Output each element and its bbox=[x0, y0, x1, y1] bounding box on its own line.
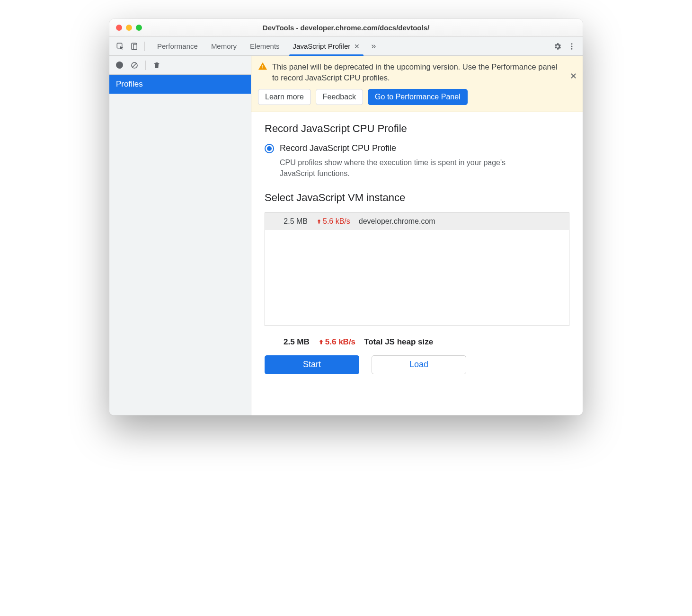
tab-elements[interactable]: Elements bbox=[243, 37, 286, 56]
vm-rate: 5.6 kB/s bbox=[316, 217, 350, 226]
tabs: Performance Memory Elements JavaScript P… bbox=[151, 37, 381, 56]
settings-icon[interactable] bbox=[550, 39, 565, 53]
sidebar-item-label: Profiles bbox=[116, 79, 143, 88]
sidebar-toolbar bbox=[109, 56, 251, 75]
warning-icon bbox=[258, 62, 267, 71]
tab-label: Memory bbox=[211, 42, 237, 50]
main: Profiles This panel will be deprecated i… bbox=[109, 56, 583, 415]
arrow-up-icon bbox=[318, 338, 324, 345]
vm-heading: Select JavaScript VM instance bbox=[265, 192, 569, 204]
go-performance-button[interactable]: Go to Performance Panel bbox=[368, 89, 468, 105]
tab-performance[interactable]: Performance bbox=[151, 37, 204, 56]
svg-line-7 bbox=[133, 63, 137, 67]
profiler-panel: Record JavaScript CPU Profile Record Jav… bbox=[251, 112, 583, 415]
close-window-icon[interactable] bbox=[116, 25, 122, 31]
record-heading: Record JavaScript CPU Profile bbox=[265, 123, 569, 135]
titlebar: DevTools - developer.chrome.com/docs/dev… bbox=[109, 19, 583, 37]
maximize-window-icon[interactable] bbox=[136, 25, 142, 31]
inspect-icon[interactable] bbox=[113, 39, 127, 53]
tab-label: JavaScript Profiler bbox=[293, 42, 351, 50]
feedback-button[interactable]: Feedback bbox=[316, 89, 363, 105]
window-title: DevTools - developer.chrome.com/docs/dev… bbox=[109, 24, 583, 32]
start-button[interactable]: Start bbox=[265, 355, 359, 374]
vm-size: 2.5 MB bbox=[271, 217, 308, 226]
device-toolbar-icon[interactable] bbox=[127, 39, 142, 53]
record-option[interactable]: Record JavaScript CPU Profile bbox=[265, 143, 569, 153]
tab-memory[interactable]: Memory bbox=[204, 37, 243, 56]
tab-javascript-profiler[interactable]: JavaScript Profiler ✕ bbox=[286, 37, 367, 56]
divider bbox=[144, 42, 145, 51]
vm-rate-value: 5.6 kB/s bbox=[323, 217, 350, 226]
clear-icon[interactable] bbox=[127, 58, 142, 72]
total-rate: 5.6 kB/s bbox=[318, 337, 355, 347]
svg-point-3 bbox=[571, 43, 573, 44]
record-icon[interactable] bbox=[112, 58, 126, 72]
content: This panel will be deprecated in the upc… bbox=[251, 56, 583, 415]
window-controls bbox=[109, 25, 142, 31]
total-size: 2.5 MB bbox=[284, 337, 310, 347]
close-tab-icon[interactable]: ✕ bbox=[354, 43, 360, 50]
total-heap-row: 2.5 MB 5.6 kB/s Total JS heap size bbox=[265, 334, 569, 355]
record-description: CPU profiles show where the execution ti… bbox=[280, 157, 535, 179]
tab-label: Elements bbox=[250, 42, 280, 50]
banner-text: This panel will be deprecated in the upc… bbox=[272, 62, 576, 83]
tabstrip: Performance Memory Elements JavaScript P… bbox=[109, 37, 583, 56]
banner-close-icon[interactable]: ✕ bbox=[570, 71, 577, 81]
action-row: Start Load bbox=[265, 355, 569, 374]
kebab-menu-icon[interactable] bbox=[565, 39, 579, 53]
total-rate-value: 5.6 kB/s bbox=[325, 337, 355, 347]
sidebar: Profiles bbox=[109, 56, 251, 415]
more-tabs-icon[interactable]: » bbox=[366, 39, 381, 53]
vm-instance-row[interactable]: 2.5 MB 5.6 kB/s developer.chrome.com bbox=[265, 213, 569, 230]
total-label: Total JS heap size bbox=[364, 337, 433, 347]
radio-label: Record JavaScript CPU Profile bbox=[280, 143, 396, 153]
svg-rect-2 bbox=[133, 44, 137, 49]
minimize-window-icon[interactable] bbox=[126, 25, 132, 31]
delete-icon[interactable] bbox=[150, 58, 164, 72]
arrow-up-icon bbox=[316, 218, 322, 225]
load-button[interactable]: Load bbox=[372, 355, 466, 374]
svg-point-5 bbox=[571, 48, 573, 49]
vm-instance-list: 2.5 MB 5.6 kB/s developer.chrome.com bbox=[265, 212, 569, 326]
vm-host: developer.chrome.com bbox=[359, 217, 435, 226]
sidebar-item-profiles[interactable]: Profiles bbox=[109, 75, 251, 94]
deprecation-banner: This panel will be deprecated in the upc… bbox=[251, 56, 583, 112]
tab-label: Performance bbox=[157, 42, 198, 50]
devtools-window: DevTools - developer.chrome.com/docs/dev… bbox=[109, 19, 583, 415]
divider bbox=[145, 61, 146, 70]
svg-point-4 bbox=[571, 45, 573, 47]
learn-more-button[interactable]: Learn more bbox=[258, 89, 311, 105]
radio-icon bbox=[265, 144, 274, 153]
